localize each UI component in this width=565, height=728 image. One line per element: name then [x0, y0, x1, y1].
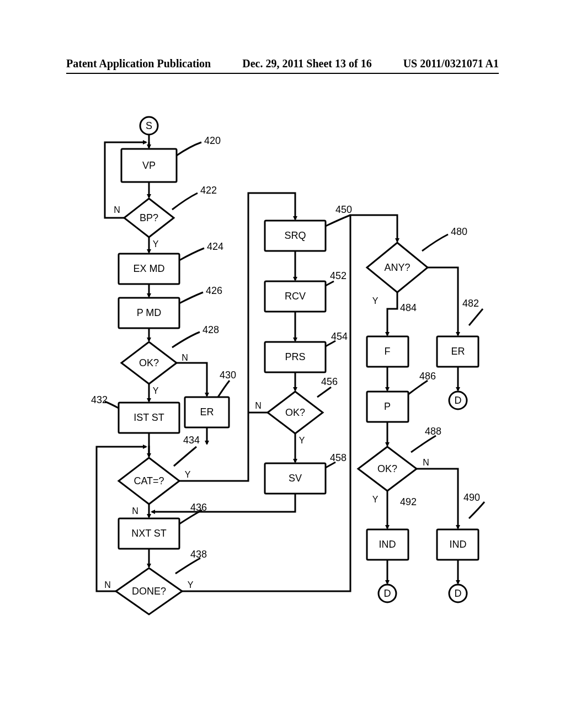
ref-438: 438 — [190, 549, 207, 560]
header-right: US 2011/0321071 A1 — [403, 57, 499, 70]
decision-any-label: ANY? — [384, 262, 410, 273]
ref-420: 420 — [204, 135, 221, 146]
ref-490: 490 — [463, 492, 480, 503]
ref-leader — [177, 142, 201, 156]
ref-leader — [326, 281, 334, 286]
box-sv-label: SV — [289, 473, 302, 484]
ref-leader — [469, 502, 484, 518]
edge-label-y: Y — [185, 470, 191, 479]
edge-label-n: N — [114, 205, 120, 215]
box-srq-label: SRQ — [284, 230, 306, 241]
box-vp-label: VP — [142, 160, 156, 171]
ref-492: 492 — [400, 496, 417, 507]
edge-label-y: Y — [188, 580, 194, 590]
box-ind2-label: IND — [450, 539, 467, 550]
ref-leader — [422, 234, 448, 251]
ref-leader — [172, 193, 198, 210]
ref-458: 458 — [330, 452, 347, 463]
page-header: Patent Application Publication Dec. 29, … — [0, 57, 565, 70]
box-p-label: P — [384, 401, 391, 412]
ref-leader — [179, 248, 204, 260]
box-rcv-label: RCV — [285, 291, 306, 302]
ref-leader — [179, 292, 203, 303]
arrow — [417, 469, 458, 528]
box-exmd-label: EX MD — [133, 263, 164, 274]
arrow — [177, 363, 207, 396]
edge-label-n: N — [182, 353, 188, 362]
ref-leader — [218, 381, 230, 397]
box-pmd-label: P MD — [137, 307, 162, 318]
edge-label-n: N — [423, 458, 429, 467]
terminal-d1-label: D — [455, 395, 462, 406]
decision-ok2-label: OK? — [285, 407, 305, 418]
ref-leader — [469, 309, 483, 325]
edge-label-y: Y — [299, 436, 305, 445]
ref-leader — [326, 215, 350, 226]
header-left: Patent Application Publication — [66, 57, 211, 70]
ref-486: 486 — [419, 371, 436, 382]
box-f-label: F — [385, 346, 391, 357]
box-er1-label: ER — [200, 406, 214, 417]
ref-leader — [317, 387, 331, 397]
ref-422: 422 — [200, 185, 217, 196]
arrow — [428, 267, 458, 335]
edge-label-n: N — [104, 580, 111, 590]
decision-done-label: DONE? — [132, 586, 166, 597]
box-prs-label: PRS — [285, 351, 305, 362]
ref-leader — [408, 381, 428, 394]
edge-label-n: N — [255, 401, 262, 410]
terminal-start-label: S — [146, 120, 152, 131]
flowchart: S VP 420 BP? 422 N Y — [66, 116, 499, 667]
ref-450: 450 — [335, 204, 352, 215]
terminal-d3-label: D — [455, 588, 462, 599]
decision-cat-label: CAT=? — [134, 475, 164, 486]
box-ind1-label: IND — [379, 539, 396, 550]
edge-label-y: Y — [153, 239, 159, 249]
ref-456: 456 — [321, 376, 338, 387]
edge-label-y: Y — [372, 495, 379, 504]
ref-454: 454 — [331, 331, 348, 342]
ref-484: 484 — [400, 302, 417, 313]
ref-434: 434 — [183, 435, 200, 446]
page: Patent Application Publication Dec. 29, … — [0, 0, 565, 728]
edge-label-y: Y — [372, 296, 379, 306]
box-nxtst-label: NXT ST — [131, 528, 167, 539]
box-istst-label: IST ST — [134, 412, 164, 423]
decision-ok3-label: OK? — [377, 463, 397, 474]
ref-430: 430 — [220, 370, 236, 381]
arrow — [387, 292, 397, 335]
edge-label-y: Y — [153, 386, 159, 395]
header-rule — [66, 73, 499, 74]
ref-480: 480 — [451, 226, 467, 237]
edge-label-n: N — [132, 506, 138, 516]
ref-leader — [174, 447, 196, 466]
ref-488: 488 — [425, 426, 441, 437]
header-center: Dec. 29, 2011 Sheet 13 of 16 — [242, 57, 371, 70]
ref-leader — [172, 332, 200, 347]
decision-bp-label: BP? — [140, 212, 158, 223]
ref-426: 426 — [206, 285, 222, 296]
arrow — [152, 494, 295, 512]
ref-428: 428 — [202, 324, 219, 335]
ref-leader — [175, 558, 200, 574]
box-er2-label: ER — [451, 346, 465, 357]
ref-leader — [411, 436, 436, 452]
ref-432: 432 — [91, 394, 108, 405]
terminal-d2-label: D — [384, 588, 391, 599]
ref-452: 452 — [330, 270, 347, 281]
decision-ok1-label: OK? — [139, 357, 159, 368]
ref-482: 482 — [462, 298, 479, 309]
ref-424: 424 — [207, 241, 223, 252]
